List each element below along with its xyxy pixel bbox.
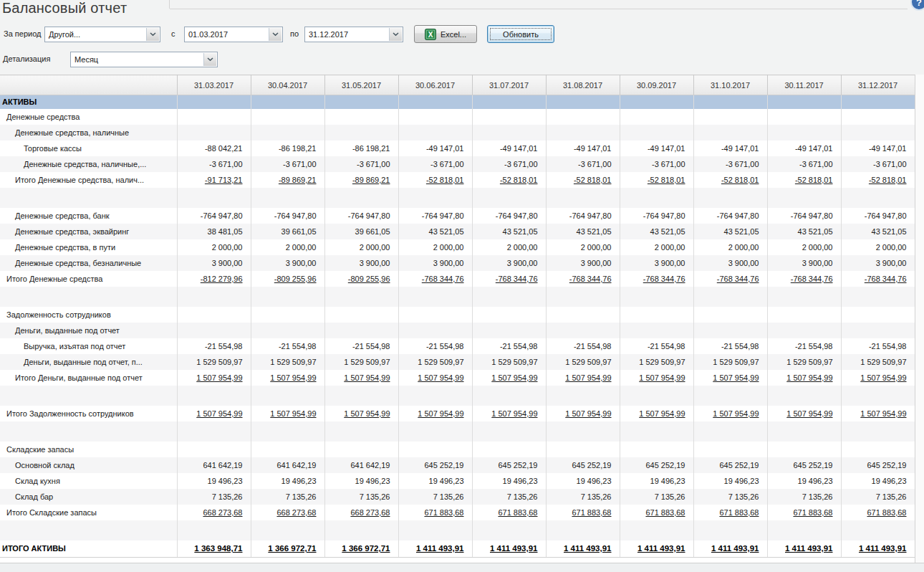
table-row[interactable]: Денежные средства [0, 109, 915, 125]
date-from-select[interactable]: 01.03.2017 [184, 27, 283, 42]
chevron-down-icon[interactable] [269, 28, 281, 41]
chevron-down-icon[interactable] [389, 28, 402, 41]
cell-value [841, 307, 915, 323]
cell-value [620, 188, 693, 208]
table-row[interactable]: Денежные средства, эквайринг38 481,0539 … [0, 224, 915, 239]
cell-value [546, 323, 620, 338]
table-row[interactable]: Денежные средства, банк-764 947,80-764 9… [0, 208, 915, 224]
cell-value: 668 273,68 [251, 505, 324, 520]
column-header-date[interactable]: 31.10.2017 [693, 75, 767, 95]
cell-value: -89 869,21 [251, 172, 324, 188]
cell-value: -768 344,76 [398, 271, 472, 287]
cell-value: -21 554,98 [398, 338, 472, 354]
cell-value [767, 125, 841, 140]
table-row[interactable]: Денежные средства, в пути2 000,002 000,0… [0, 239, 915, 255]
cell-value [398, 188, 472, 208]
table-row[interactable]: Итого Складские запасы668 273,68668 273,… [0, 505, 915, 520]
cell-value: 3 900,00 [177, 255, 251, 271]
cell-value [324, 109, 398, 125]
row-label: Денежные средства, банк [0, 208, 177, 224]
row-label: Деньги, выданные под отчет [0, 323, 177, 338]
table-row[interactable]: Склад кухня19 496,2319 496,2319 496,2319… [0, 473, 915, 489]
cell-value: 1 411 493,91 [693, 540, 767, 558]
column-header-rowlabels[interactable] [0, 75, 177, 95]
cell-value [841, 125, 915, 140]
cell-value [398, 125, 472, 140]
cell-value: 1 507 954,99 [767, 370, 841, 386]
cell-value: -3 671,00 [841, 156, 915, 172]
row-label: Основной склад [0, 457, 177, 473]
cell-value: -768 344,76 [620, 271, 693, 287]
cell-value: -764 947,80 [324, 208, 398, 224]
column-header-date[interactable]: 31.12.2017 [841, 75, 915, 95]
column-header-date[interactable]: 31.08.2017 [546, 75, 620, 95]
cell-value [546, 95, 620, 109]
column-header-date[interactable]: 31.03.2017 [177, 75, 251, 95]
table-row[interactable]: Итого Деньги, выданные под отчет1 507 95… [0, 370, 915, 386]
cell-value: 43 521,05 [620, 224, 693, 239]
column-header-date[interactable]: 30.09.2017 [620, 75, 693, 95]
cell-value: 38 481,05 [177, 224, 251, 239]
vertical-scrollbar-track[interactable] [915, 75, 924, 563]
table-row[interactable]: Выручка, изъятая под отчет-21 554,98-21 … [0, 338, 915, 354]
cell-value: 2 000,00 [472, 239, 546, 255]
table-row [0, 287, 915, 307]
excel-export-button[interactable]: X Excel... [414, 25, 477, 43]
balance-report-screen: Балансовый отчет За период Другой... с 0… [0, 0, 924, 572]
row-label: Денежные средства, безналичные [0, 255, 177, 271]
cell-value: 2 000,00 [620, 239, 693, 255]
detail-select[interactable]: Месяц [70, 52, 218, 67]
table-row[interactable]: Основной склад641 642,19641 642,19641 64… [0, 457, 915, 473]
cell-value [693, 386, 767, 406]
cell-value: 7 135,26 [398, 489, 472, 505]
table-row[interactable]: Итого Денежные средства-812 279,96-809 2… [0, 271, 915, 287]
column-header-date[interactable]: 30.04.2017 [251, 75, 324, 95]
table-row[interactable]: АКТИВЫ [0, 95, 915, 109]
refresh-button[interactable]: Обновить [487, 25, 554, 43]
cell-value: 19 496,23 [398, 473, 472, 489]
table-row[interactable]: Итого Задолженность сотрудников1 507 954… [0, 406, 915, 421]
column-header-date[interactable]: 30.06.2017 [398, 75, 472, 95]
period-select[interactable]: Другой... [44, 27, 160, 42]
table-row[interactable]: Торговые кассы-88 042,21-86 198,21-86 19… [0, 140, 915, 156]
table-row[interactable]: ИТОГО АКТИВЫ1 363 948,711 366 972,711 36… [0, 540, 915, 558]
cell-value: 1 507 954,99 [324, 406, 398, 421]
cell-value: 7 135,26 [767, 489, 841, 505]
table-row[interactable]: Денежные средства, безналичные3 900,003 … [0, 255, 915, 271]
column-header-date[interactable]: 30.11.2017 [767, 75, 841, 95]
cell-value: 645 252,19 [472, 457, 546, 473]
column-header-date[interactable]: 31.05.2017 [324, 75, 398, 95]
table-row[interactable]: Деньги, выданные под отчет [0, 323, 915, 338]
cell-value: 671 883,68 [472, 505, 546, 520]
row-label: Денежные средства, в пути [0, 239, 177, 255]
table-row[interactable]: Итого Денежные средства, налич...-91 713… [0, 172, 915, 188]
cell-value: -768 344,76 [841, 271, 915, 287]
cell-value [546, 287, 620, 307]
cell-value: -86 198,21 [324, 140, 398, 156]
cell-value: -21 554,98 [620, 338, 693, 354]
cell-value: 1 411 493,91 [620, 540, 693, 558]
cell-value: 43 521,05 [398, 224, 472, 239]
cell-value: 2 000,00 [177, 239, 251, 255]
column-header-date[interactable]: 31.07.2017 [472, 75, 546, 95]
cell-value [546, 386, 620, 406]
table-row[interactable]: Денежные средства, наличные [0, 125, 915, 140]
table-row[interactable]: Задолженность сотрудников [0, 307, 915, 323]
cell-value: 671 883,68 [693, 505, 767, 520]
table-row[interactable]: Склад бар7 135,267 135,267 135,267 135,2… [0, 489, 915, 505]
cell-value: -49 147,01 [767, 140, 841, 156]
date-to-select[interactable]: 31.12.2017 [304, 27, 403, 42]
cell-value [251, 95, 324, 109]
cell-value: 1 507 954,99 [472, 370, 546, 386]
cell-value: -49 147,01 [693, 140, 767, 156]
table-row[interactable]: Деньги, выданные под отчет, п...1 529 50… [0, 354, 915, 370]
cell-value [472, 386, 546, 406]
horizontal-scrollbar-track[interactable] [0, 563, 924, 572]
chevron-down-icon[interactable] [203, 53, 216, 66]
table-row[interactable]: Денежные средства, наличные,...-3 671,00… [0, 156, 915, 172]
cell-value [177, 307, 251, 323]
cell-value: -21 554,98 [251, 338, 324, 354]
chevron-down-icon[interactable] [146, 28, 159, 41]
cell-value: -91 713,21 [177, 172, 251, 188]
table-row[interactable]: Складские запасы [0, 442, 915, 457]
